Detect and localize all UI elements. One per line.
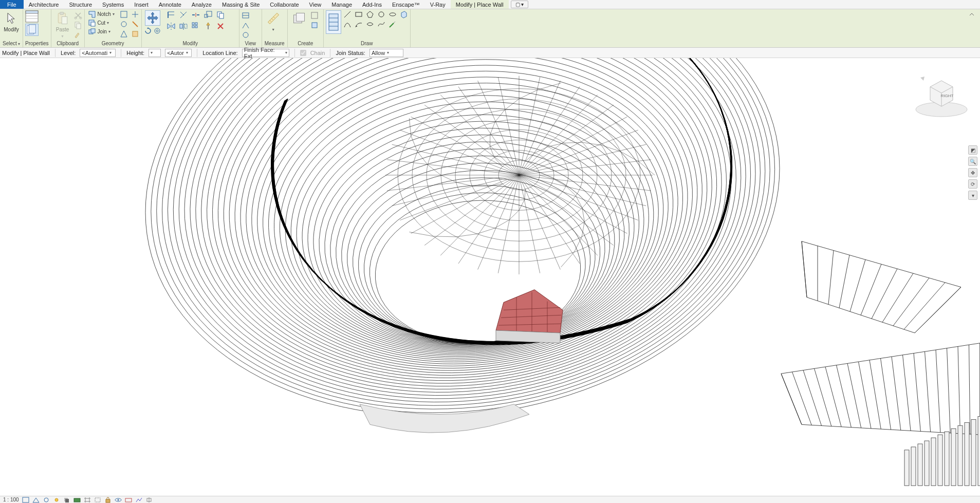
svg-point-233	[55, 498, 58, 501]
draw-arc3pt-icon[interactable]	[343, 20, 352, 28]
vc-crop-visible-icon[interactable]	[94, 497, 101, 503]
level-select[interactable]: <Automati▾	[80, 49, 116, 57]
move-icon[interactable]	[145, 10, 160, 26]
geom-tool-1-icon[interactable]	[120, 10, 128, 18]
vc-analytical-icon[interactable]	[135, 497, 142, 503]
vc-detail-icon[interactable]	[32, 497, 40, 503]
matchtype-icon[interactable]	[74, 31, 82, 39]
tab-vray[interactable]: V-Ray	[425, 0, 451, 9]
ribbon-overflow[interactable]: ▢ ▾	[511, 1, 529, 8]
draw-polygon-icon[interactable]	[366, 10, 374, 18]
chain-checkbox[interactable]	[300, 50, 306, 56]
split-icon[interactable]	[191, 10, 200, 20]
tab-manage[interactable]: Manage	[326, 0, 357, 9]
tab-insert[interactable]: Insert	[129, 0, 154, 9]
copy-tool-icon[interactable]	[216, 10, 225, 20]
tab-analyze[interactable]: Analyze	[187, 0, 217, 9]
tab-addins[interactable]: Add-Ins	[357, 0, 387, 9]
mirror-pick-icon[interactable]	[179, 22, 188, 31]
join-button[interactable]: Join	[87, 28, 116, 36]
create-button[interactable]	[290, 10, 308, 27]
svg-line-176	[548, 143, 564, 146]
nav-orbit-icon[interactable]: ⟳	[968, 179, 977, 189]
view-cube[interactable]: RIGHT	[913, 69, 970, 126]
notch-button[interactable]: Notch	[87, 10, 116, 18]
vc-reveal-icon[interactable]	[125, 497, 132, 503]
draw-arc-center-icon[interactable]	[355, 20, 363, 28]
ribbon-collapse-icon[interactable]	[968, 10, 976, 18]
element-properties-icon[interactable]	[25, 10, 39, 23]
svg-line-192	[915, 287, 961, 333]
panel-select-label[interactable]: Select	[2, 40, 21, 47]
array-icon[interactable]	[191, 22, 200, 31]
rotate-icon[interactable]	[144, 27, 152, 35]
pin-icon[interactable]	[204, 22, 213, 31]
copy-icon[interactable]	[74, 21, 82, 29]
tab-collaborate[interactable]: Collaborate	[265, 0, 304, 9]
nav-pan-icon[interactable]: ✥	[968, 168, 977, 177]
vc-constraints-icon[interactable]	[145, 497, 153, 503]
cut-button[interactable]: Cut	[87, 19, 116, 27]
draw-spline-icon[interactable]	[377, 20, 385, 28]
height-value-select[interactable]: <Autor▾	[165, 49, 192, 57]
geom-tool-4-icon[interactable]	[131, 10, 139, 18]
create-sub2-icon[interactable]	[310, 21, 319, 29]
nav-collapse-icon[interactable]: ▾	[968, 191, 977, 200]
draw-circle-icon[interactable]	[377, 10, 385, 18]
draw-line-button[interactable]	[326, 10, 341, 34]
panel-draw-label: Draw	[326, 40, 408, 47]
tab-systems[interactable]: Systems	[97, 0, 129, 9]
align-icon[interactable]	[167, 10, 176, 20]
view-tool2-icon[interactable]	[242, 21, 250, 29]
tab-architecture[interactable]: Architecture	[24, 0, 64, 9]
offset-icon[interactable]	[153, 27, 161, 35]
tab-annotate[interactable]: Annotate	[154, 0, 187, 9]
draw-pickline-icon[interactable]	[389, 20, 397, 28]
create-sub1-icon[interactable]	[310, 11, 319, 20]
view-tool1-icon[interactable]	[242, 11, 250, 20]
geom-tool-3-icon[interactable]	[120, 30, 128, 38]
scale-icon[interactable]	[204, 10, 213, 20]
tab-file[interactable]: File	[0, 0, 24, 9]
measure-button[interactable]: ▼	[264, 10, 283, 33]
cut-icon[interactable]	[74, 11, 82, 20]
tab-view[interactable]: View	[304, 0, 327, 9]
geom-tool-2-icon[interactable]	[120, 20, 128, 28]
view-tool3-icon[interactable]	[242, 31, 250, 39]
vc-shadows-icon[interactable]	[63, 497, 70, 503]
nav-zoom-icon[interactable]: 🔍	[968, 157, 977, 166]
vc-render-icon[interactable]	[73, 497, 81, 503]
svg-rect-236	[74, 498, 80, 502]
vc-visual-style-icon[interactable]	[43, 497, 50, 503]
vc-temp-hide-icon[interactable]	[115, 497, 122, 503]
view-scale[interactable]: 1 : 100	[3, 497, 19, 502]
tab-structure[interactable]: Structure	[64, 0, 97, 9]
delete-icon[interactable]	[216, 22, 225, 31]
svg-rect-214	[918, 444, 922, 486]
mirror-axis-icon[interactable]	[167, 22, 176, 31]
vc-sunpath-icon[interactable]	[53, 497, 60, 503]
vc-model-graphics-icon[interactable]	[22, 497, 29, 503]
tab-enscape[interactable]: Enscape™	[387, 0, 425, 9]
type-properties-icon[interactable]	[25, 24, 39, 36]
geom-tool-6-icon[interactable]	[131, 30, 139, 38]
geom-tool-5-icon[interactable]	[131, 20, 139, 28]
draw-ellipse-icon[interactable]	[389, 10, 397, 18]
tab-modify-place-wall[interactable]: Modify | Place Wall	[451, 0, 509, 9]
locline-select[interactable]: Finish Face: Ext▾	[242, 49, 289, 57]
tab-massing-site[interactable]: Massing & Site	[217, 0, 265, 9]
paste-button[interactable]: Paste ▼	[53, 10, 72, 40]
height-select[interactable]: ▾	[149, 49, 161, 57]
draw-rect-icon[interactable]	[355, 10, 363, 18]
join-select[interactable]: Allow▾	[369, 49, 403, 57]
draw-arc-tan-icon[interactable]	[366, 20, 374, 28]
vc-crop-icon[interactable]	[84, 497, 91, 503]
modify-button[interactable]: Modify	[2, 10, 21, 33]
trim-icon[interactable]	[179, 10, 188, 20]
draw-pickface-icon[interactable]	[400, 10, 408, 18]
viewport-3d[interactable]: RIGHT ◩ 🔍 ✥ ⟳ ▾	[0, 58, 980, 496]
nav-fullnav-icon[interactable]: ◩	[968, 145, 977, 155]
svg-rect-12	[77, 24, 81, 29]
vc-lock3d-icon[interactable]	[104, 497, 112, 503]
draw-line-icon[interactable]	[343, 10, 352, 18]
